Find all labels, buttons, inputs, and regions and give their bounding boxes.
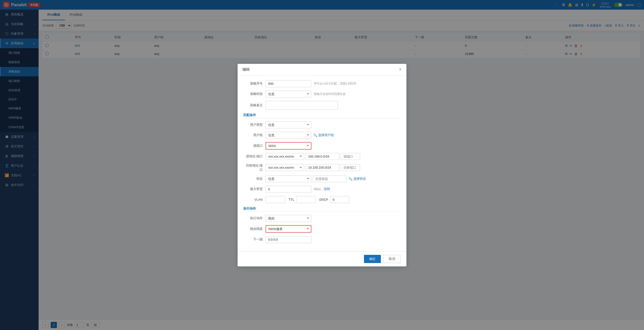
vlan-label: VLAN: [243, 198, 263, 201]
user-type-label: 用户类型: [243, 123, 263, 127]
src-addr-select[interactable]: xxx.xxx.xxx.xxx/nn: [266, 153, 304, 160]
cancel-btn[interactable]: 取消: [383, 255, 401, 263]
max-bw-unit: Mbps，: [314, 187, 324, 191]
note-row: 策略备注: [243, 101, 401, 110]
dst-addr-label: 目标地址:端口: [243, 163, 263, 172]
dst-addr-select[interactable]: xxx.xxx.xxx.xxx/nn: [266, 164, 304, 171]
time-seg-row: 策略时段 任意 策略只在该时间范围生效: [243, 91, 401, 98]
src-addr-label: 源地址:端口: [243, 154, 263, 159]
vlan-input[interactable]: [266, 196, 285, 203]
select-protocol-link[interactable]: 选择协议: [353, 176, 366, 181]
max-bw-explain-link[interactable]: 说明: [324, 187, 330, 191]
max-bw-input[interactable]: [266, 186, 312, 193]
max-bw-row: 最大带宽 Mbps， 说明: [243, 186, 401, 193]
nexthop-input[interactable]: [266, 236, 312, 243]
time-seg-select[interactable]: 任意: [266, 91, 312, 98]
dst-addr-input[interactable]: [306, 164, 339, 171]
route-line-label: 路由线路: [243, 227, 263, 231]
dscp-label: DSCP: [319, 198, 328, 201]
src-iface-row: 源接口 WAN LAN: [243, 142, 401, 150]
protocol-label: 协议: [243, 176, 263, 181]
user-type-row: 用户类型 任意: [243, 121, 401, 128]
dialog-footer: 确定 取消: [238, 251, 406, 266]
search-protocol-icon: 🔍: [348, 177, 352, 181]
policy-no-row: 策略序号 序号从小往大匹配，范围1-65535: [243, 80, 401, 87]
action-row: 执行动作 路由: [243, 215, 401, 222]
policy-no-hint: 序号从小往大匹配，范围1-65535: [314, 82, 356, 86]
time-seg-hint: 策略只在该时间范围生效: [314, 92, 346, 96]
src-iface-label: 源接口: [243, 144, 263, 148]
note-input[interactable]: [266, 101, 338, 110]
modal-overlay: 编辑 × 策略序号 序号从小往大匹配，范围1-65535 策略时段 任意 策略只…: [0, 0, 644, 330]
match-section-title: 匹配条件: [243, 113, 401, 119]
time-seg-label: 策略时段: [243, 92, 263, 96]
ttl-label: TTL: [289, 198, 294, 201]
note-label: 策略备注: [243, 103, 263, 107]
action-section-title: 执行动作: [243, 206, 401, 212]
dialog-header: 编辑 ×: [238, 64, 406, 75]
route-line-select[interactable]: iWAN服务 线路群组: [266, 225, 312, 233]
dialog-title: 编辑: [242, 67, 250, 72]
search-icon: 🔍: [313, 134, 317, 137]
edit-dialog: 编辑 × 策略序号 序号从小往大匹配，范围1-65535 策略时段 任意 策略只…: [238, 64, 406, 266]
action-label: 执行动作: [243, 216, 263, 220]
user-group-select[interactable]: 任意: [266, 132, 312, 139]
src-port-input[interactable]: [341, 153, 360, 160]
user-group-label: 用户组: [243, 133, 263, 137]
src-addr-input[interactable]: [306, 153, 339, 160]
policy-no-label: 策略序号: [243, 81, 263, 86]
route-line-row: 路由线路 iWAN服务 线路群组: [243, 225, 401, 233]
vlan-row: VLAN TTL DSCP: [243, 196, 401, 203]
nexthop-row: 下一跳: [243, 236, 401, 243]
confirm-btn[interactable]: 确定: [364, 255, 381, 263]
dialog-body: 策略序号 序号从小往大匹配，范围1-65535 策略时段 任意 策略只在该时间范…: [238, 75, 406, 251]
action-select[interactable]: 路由: [266, 215, 312, 222]
max-bw-label: 最大带宽: [243, 187, 263, 191]
protocol-select[interactable]: 任意: [266, 175, 312, 182]
user-group-row: 用户组 任意 🔍 选择用户组: [243, 132, 401, 139]
dialog-close-btn[interactable]: ×: [399, 67, 402, 72]
src-iface-select[interactable]: WAN LAN: [266, 142, 312, 150]
ttl-input[interactable]: [296, 196, 316, 203]
dscp-input[interactable]: [330, 196, 349, 203]
user-type-select[interactable]: 任意: [266, 121, 312, 128]
src-addr-row: 源地址:端口 xxx.xxx.xxx.xxx/nn: [243, 153, 401, 160]
protocol-input[interactable]: [313, 175, 346, 182]
dst-port-input[interactable]: [341, 164, 360, 171]
policy-no-input[interactable]: [266, 80, 312, 87]
dst-addr-row: 目标地址:端口 xxx.xxx.xxx.xxx/nn: [243, 163, 401, 172]
nexthop-label: 下一跳: [243, 237, 263, 242]
protocol-row: 协议 任意 🔍 选择协议: [243, 175, 401, 182]
select-user-group-link[interactable]: 选择用户组: [318, 133, 334, 137]
